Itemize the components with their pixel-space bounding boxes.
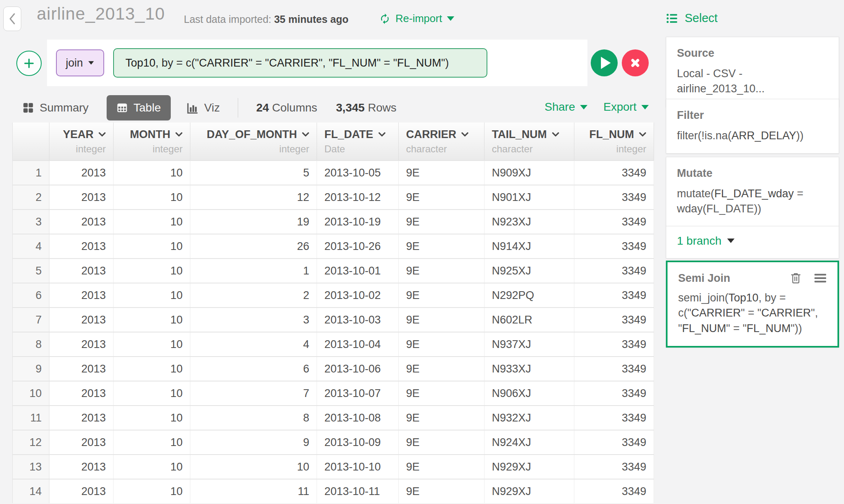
cell-year: 2013 [49,381,114,406]
cell-tail_num: N937XJ [485,332,574,357]
cell-fl_date: 2013-10-10 [317,455,399,479]
step-type-label: join [66,57,83,69]
cell-carrier: 9E [399,357,485,381]
cell-year: 2013 [49,259,114,283]
step-card-title: Semi Join [678,272,730,285]
tab-viz-label: Viz [204,101,220,114]
export-dropdown[interactable]: Export [603,100,649,114]
cell-tail_num: N914XJ [485,234,574,259]
cell-fl_date: 2013-10-19 [317,210,399,234]
cell-fl_num: 3349 [574,308,654,332]
plus-icon [23,57,35,69]
run-step-button[interactable] [591,49,618,76]
column-header-carrier[interactable]: CARRIERcharacter [399,123,485,161]
cell-year: 2013 [49,332,114,357]
cell-day_of_month: 4 [190,332,317,357]
row-number: 6 [13,283,49,308]
cell-day_of_month: 2 [190,283,317,308]
divider [238,98,238,118]
table-row: 120131052013-10-059EN909XJ3349 [13,161,654,185]
column-header-year[interactable]: YEARinteger [49,123,114,161]
chevron-down-icon [88,61,94,65]
chevron-left-icon [9,13,16,25]
command-input[interactable]: Top10, by = c("CARRIER" = "CARRIER", "FL… [113,48,487,78]
table-header-row: YEARintegerMONTHintegerDAY_OF_MONTHinteg… [13,123,654,161]
share-dropdown[interactable]: Share [545,100,587,114]
cell-fl_num: 3349 [574,357,654,381]
summary-grid-icon [22,102,34,114]
cell-day_of_month: 12 [190,185,317,210]
table-row: 920131062013-10-069EN933XJ3349 [13,357,654,381]
cancel-step-button[interactable] [622,49,649,76]
cell-fl_date: 2013-10-05 [317,161,399,185]
add-step-button[interactable] [16,51,42,76]
column-header-month[interactable]: MONTHinteger [114,123,190,161]
tab-table-label: Table [134,101,161,114]
bar-chart-icon [186,102,199,114]
step-card-body: Local - CSV - airline_2013_10... [677,66,828,97]
column-header-day_of_month[interactable]: DAY_OF_MONTHinteger [190,123,317,161]
chevron-down-icon [580,105,587,109]
cell-day_of_month: 26 [190,234,317,259]
cell-fl_num: 3349 [574,283,654,308]
step-card-body: semi_join(Top10, by = c("CARRIER" = "CAR… [678,290,827,336]
row-number-header [13,123,49,161]
table-row: 14201310112013-10-119EN929XJ3349 [13,479,654,503]
last-import-status: Last data imported: 35 minutes ago [184,13,348,25]
cell-fl_num: 3349 [574,161,654,185]
menu-icon[interactable] [814,273,827,283]
table-row: 720131032013-10-039EN602LR3349 [13,308,654,332]
step-type-dropdown[interactable]: join [56,49,104,76]
last-import-label: Last data imported: [184,13,271,25]
step-card-title: Filter [677,109,828,122]
step-card-mutate[interactable]: Mutate mutate(FL_DATE_wday = wday(FL_DAT… [666,157,839,259]
step-card-source[interactable]: Source Local - CSV - airline_2013_10... [666,37,839,107]
cell-carrier: 9E [399,259,485,283]
branch-label: 1 branch [677,234,721,248]
cell-carrier: 9E [399,381,485,406]
table-row: 1120131082013-10-089EN932XJ3349 [13,406,654,430]
cell-fl_date: 2013-10-26 [317,234,399,259]
cell-year: 2013 [49,479,114,503]
row-number: 5 [13,259,49,283]
tab-summary[interactable]: Summary [22,101,89,114]
column-header-fl_num[interactable]: FL_NUMinteger [574,123,654,161]
column-header-fl_date[interactable]: FL_DATEDate [317,123,399,161]
cell-tail_num: N932XJ [485,406,574,430]
cell-fl_num: 3349 [574,332,654,357]
cell-fl_num: 3349 [574,430,654,455]
export-label: Export [603,100,636,114]
cell-month: 10 [114,308,190,332]
cell-year: 2013 [49,234,114,259]
cell-day_of_month: 11 [190,479,317,503]
cell-year: 2013 [49,406,114,430]
row-number: 2 [13,185,49,210]
column-header-tail_num[interactable]: TAIL_NUMcharacter [485,123,574,161]
back-button[interactable] [3,7,21,31]
table-row: 620131022013-10-029EN292PQ3349 [13,283,654,308]
cell-month: 10 [114,185,190,210]
step-card-filter[interactable]: Filter filter(!is.na(ARR_DELAY)) [666,99,839,154]
tab-table[interactable]: Table [107,95,171,120]
trash-icon[interactable] [790,272,802,284]
tab-viz[interactable]: Viz [186,101,220,114]
table-row: 13201310102013-10-109EN929XJ3349 [13,455,654,479]
cell-tail_num: N923XJ [485,210,574,234]
step-card-semi-join-selected[interactable]: Semi Join semi_join(Top10, by = c("CARRI… [666,261,839,348]
branch-dropdown[interactable]: 1 branch [666,226,839,248]
cell-fl_date: 2013-10-02 [317,283,399,308]
cell-day_of_month: 5 [190,161,317,185]
cell-day_of_month: 9 [190,430,317,455]
cell-year: 2013 [49,430,114,455]
row-number: 7 [13,308,49,332]
row-number: 8 [13,332,49,357]
cell-carrier: 9E [399,185,485,210]
cell-month: 10 [114,210,190,234]
cell-fl_date: 2013-10-06 [317,357,399,381]
tab-summary-label: Summary [40,101,89,114]
select-steps-button[interactable]: Select [666,11,718,25]
cell-day_of_month: 1 [190,259,317,283]
row-number: 1 [13,161,49,185]
reimport-button[interactable]: Re-import [379,12,454,25]
cell-month: 10 [114,406,190,430]
